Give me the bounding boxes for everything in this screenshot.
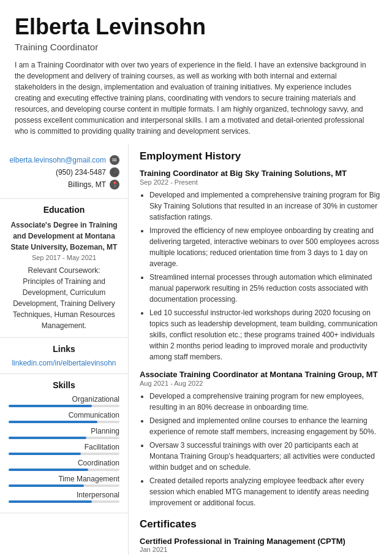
job-bullet: Designed and implemented online courses …: [149, 415, 381, 437]
job-bullets: Developed and implemented a comprehensiv…: [140, 189, 381, 362]
job-date: Sep 2022 - Present: [140, 178, 381, 186]
skill-bar-fill: [9, 453, 81, 455]
location-text: Billings, MT: [68, 180, 106, 189]
header-section: Elberta Levinsohn Training Coordinator: [0, 0, 392, 59]
summary-text: I am a Training Coordinator with over tw…: [0, 59, 392, 144]
education-coursework-label: Relevant Coursework:: [9, 265, 119, 276]
skill-item: Communication: [9, 411, 119, 423]
skill-bar-bg: [9, 421, 119, 423]
job-bullet: Led 10 successful instructor-led worksho…: [149, 307, 381, 362]
skill-bar-fill: [9, 469, 88, 471]
employment-section-title: Employment History: [140, 150, 381, 164]
email-icon: ✉: [110, 155, 119, 165]
linkedin-link[interactable]: linkedin.com/in/elbertalevinsohn: [9, 359, 119, 367]
skill-item: Coordination: [9, 459, 119, 471]
certs-list: Certified Professional in Training Manag…: [140, 537, 381, 555]
skill-bar-bg: [9, 500, 119, 503]
contact-phone-item: (950) 234-5487 📞: [9, 167, 119, 177]
jobs-list: Training Coordinator at Big Sky Training…: [140, 169, 381, 508]
phone-icon: 📞: [110, 167, 119, 177]
skill-bar-fill: [9, 421, 97, 423]
links-section-title: Links: [9, 344, 119, 354]
skill-name: Coordination: [9, 459, 119, 467]
skill-item: Time Management: [9, 475, 119, 487]
certificates-section: Certificates Certified Professional in T…: [140, 518, 381, 555]
right-column: Employment History Training Coordinator …: [129, 144, 392, 555]
job-bullets: Developed a comprehensive training progr…: [140, 391, 381, 508]
job-entry: Associate Training Coordinator at Montan…: [140, 370, 381, 508]
education-section: Education Associate's Degree in Training…: [0, 199, 128, 339]
skills-list: Organizational Communication Planning Fa…: [9, 395, 119, 503]
skill-item: Interpersonal: [9, 491, 119, 503]
main-layout: elberta.levinsohn@gmail.com ✉ (950) 234-…: [0, 144, 392, 555]
job-bullet: Streamlined internal processes through a…: [149, 272, 381, 305]
job-bullet: Created detailed reports analyzing emplo…: [149, 475, 381, 508]
skill-bar-bg: [9, 484, 119, 487]
left-column: elberta.levinsohn@gmail.com ✉ (950) 234-…: [0, 144, 129, 555]
education-coursework: Principles of Training and Development, …: [9, 276, 119, 331]
phone-text: (950) 234-5487: [56, 168, 106, 177]
job-bullet: Improved the efficiency of new employee …: [149, 225, 381, 269]
skill-name: Communication: [9, 411, 119, 419]
skill-item: Planning: [9, 427, 119, 439]
job-bullet: Developed and implemented a comprehensiv…: [149, 189, 381, 223]
job-entry: Training Coordinator at Big Sky Training…: [140, 169, 381, 362]
skills-section-title: Skills: [9, 380, 119, 390]
location-icon: 📍: [110, 180, 119, 189]
skill-item: Facilitation: [9, 443, 119, 455]
employment-section: Employment History Training Coordinator …: [140, 150, 381, 508]
skill-bar-bg: [9, 437, 119, 439]
education-section-title: Education: [9, 205, 119, 215]
job-title: Associate Training Coordinator at Montan…: [140, 370, 381, 379]
contact-email-item: elberta.levinsohn@gmail.com ✉: [9, 155, 119, 165]
skill-item: Organizational: [9, 395, 119, 407]
skill-bar-bg: [9, 453, 119, 455]
candidate-title: Training Coordinator: [15, 42, 377, 52]
skill-bar-bg: [9, 405, 119, 407]
skill-name: Time Management: [9, 475, 119, 483]
skill-bar-fill: [9, 405, 92, 407]
job-date: Aug 2021 - Aug 2022: [140, 380, 381, 387]
cert-item: Certified Professional in Training Manag…: [140, 537, 381, 553]
job-bullet: Developed a comprehensive training progr…: [149, 391, 381, 413]
contact-location-item: Billings, MT 📍: [9, 180, 119, 189]
certificates-section-title: Certificates: [140, 518, 381, 532]
education-degree: Associate's Degree in Training and Devel…: [9, 220, 119, 253]
resume-page: Elberta Levinsohn Training Coordinator I…: [0, 0, 392, 555]
skill-name: Planning: [9, 427, 119, 435]
job-title: Training Coordinator at Big Sky Training…: [140, 169, 381, 178]
contact-section: elberta.levinsohn@gmail.com ✉ (950) 234-…: [0, 149, 128, 199]
education-dates: Sep 2017 - May 2021: [9, 253, 119, 263]
email-link[interactable]: elberta.levinsohn@gmail.com: [9, 156, 106, 164]
skill-bar-fill: [9, 500, 92, 503]
candidate-name: Elberta Levinsohn: [15, 15, 377, 39]
skill-name: Organizational: [9, 395, 119, 404]
skill-bar-bg: [9, 469, 119, 471]
cert-name: Certified Professional in Training Manag…: [140, 537, 381, 546]
cert-date: Jan 2021: [140, 546, 381, 553]
skill-name: Interpersonal: [9, 491, 119, 499]
skill-bar-fill: [9, 484, 84, 487]
skills-section: Skills Organizational Communication Plan…: [0, 374, 128, 513]
links-section: Links linkedin.com/in/elbertalevinsohn: [0, 338, 128, 374]
skill-bar-fill: [9, 437, 86, 439]
education-content: Associate's Degree in Training and Devel…: [9, 220, 119, 332]
job-bullet: Oversaw 3 successful trainings with over…: [149, 440, 381, 473]
skill-name: Facilitation: [9, 443, 119, 451]
